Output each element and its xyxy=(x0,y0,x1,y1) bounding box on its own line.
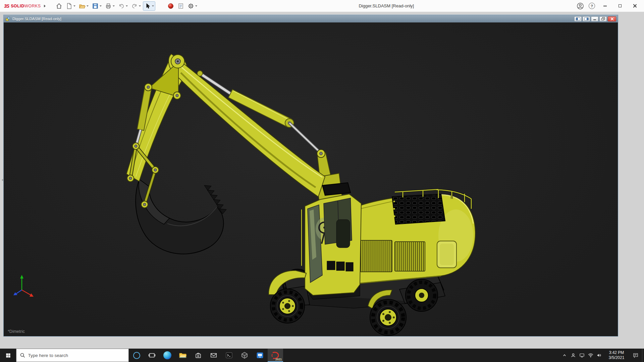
appearance-button[interactable] xyxy=(166,1,175,11)
document-window: Digger.SLDASM [Read-only] xyxy=(3,15,618,337)
action-center-button[interactable] xyxy=(629,349,642,362)
start-button[interactable] xyxy=(0,349,16,362)
cortana-icon xyxy=(133,352,140,359)
taskbar-app-edge[interactable] xyxy=(160,349,175,362)
app-titlebar[interactable]: 3S SOLIDWORKS xyxy=(0,0,644,12)
solidworks-version-badge: 2021 xyxy=(275,358,282,361)
tile-left-icon xyxy=(576,17,580,20)
assembly-document-icon xyxy=(5,16,10,21)
hidden-icons-button[interactable] xyxy=(560,349,569,362)
home-button[interactable] xyxy=(54,1,64,11)
dropdown-caret[interactable] xyxy=(195,5,197,8)
roof-vent xyxy=(322,183,351,195)
file-properties-button[interactable] xyxy=(176,1,185,11)
boom-arm[interactable] xyxy=(169,54,325,197)
doc-close-button[interactable] xyxy=(608,16,616,21)
taskbar-app-edrawings[interactable] xyxy=(237,349,252,362)
solidworks-logo: 3S SOLIDWORKS xyxy=(2,3,49,9)
maximize-button[interactable] xyxy=(612,0,627,12)
tray-network-button[interactable] xyxy=(578,349,586,362)
system-tray: 3:42 PM 3/5/2021 xyxy=(560,349,644,362)
app-title: Digger.SLDASM [Read-only] xyxy=(199,3,574,8)
new-document-button[interactable] xyxy=(64,1,77,11)
screen: 3S SOLIDWORKS xyxy=(0,0,644,362)
brand-works: WORKS xyxy=(24,4,41,8)
dropdown-caret[interactable] xyxy=(100,5,102,8)
brand-solid: SOLID xyxy=(11,4,24,8)
user-account-button[interactable] xyxy=(574,0,586,12)
engine-grille xyxy=(392,194,445,224)
rear-right-wheel[interactable] xyxy=(406,279,438,311)
orientation-triad xyxy=(10,273,37,301)
tray-volume-button[interactable] xyxy=(595,349,604,362)
select-cursor-icon xyxy=(144,3,151,9)
toolbar-separator xyxy=(156,1,165,11)
minimize-icon xyxy=(603,6,607,6)
taskbar-clock[interactable]: 3:42 PM 3/5/2021 xyxy=(604,349,629,362)
viewport-3d[interactable]: *Dimetric xyxy=(4,22,618,336)
taskbar-app-terminal[interactable] xyxy=(221,349,237,362)
minimize-button[interactable] xyxy=(598,0,612,12)
action-center-icon xyxy=(633,352,639,358)
ds-logo-icon: 3S xyxy=(4,3,9,9)
options-button[interactable] xyxy=(186,1,199,11)
taskbar-app-solidworks[interactable]: 2021 xyxy=(268,349,283,362)
doc-restore-button[interactable] xyxy=(599,16,607,21)
taskbar-app-file-explorer[interactable] xyxy=(175,349,191,362)
volume-icon xyxy=(596,352,602,358)
front-right-wheel[interactable] xyxy=(370,299,406,336)
undo-button[interactable] xyxy=(117,1,129,11)
doc-minimize-button[interactable] xyxy=(591,16,598,21)
file-explorer-icon xyxy=(179,351,187,359)
excavator-model[interactable] xyxy=(4,22,618,336)
doc-tile-left-button[interactable] xyxy=(574,16,582,21)
body-house[interactable] xyxy=(353,189,475,283)
panel-expander[interactable] xyxy=(0,176,3,184)
chevron-up-icon xyxy=(562,353,567,358)
dropdown-caret[interactable] xyxy=(126,5,128,8)
taskbar-search[interactable] xyxy=(16,349,129,362)
cab[interactable] xyxy=(302,183,361,299)
taskbar-app-mail[interactable] xyxy=(206,349,221,362)
dropdown-caret[interactable] xyxy=(73,5,75,8)
tray-people-button[interactable] xyxy=(569,349,578,362)
dropdown-caret[interactable] xyxy=(113,5,115,8)
dropdown-caret[interactable] xyxy=(87,5,89,8)
help-button[interactable]: ? xyxy=(586,0,598,12)
close-icon xyxy=(633,4,637,8)
show-desktop-button[interactable] xyxy=(642,349,644,362)
taskbar-app-cortana[interactable] xyxy=(129,349,144,362)
seat xyxy=(336,220,350,248)
document-window-controls xyxy=(574,16,616,21)
open-button[interactable] xyxy=(77,1,90,11)
tray-wifi-button[interactable] xyxy=(586,349,595,362)
workspace: Digger.SLDASM [Read-only] xyxy=(0,12,644,349)
clock-time: 3:42 PM xyxy=(604,350,629,355)
taskbar-app-display[interactable] xyxy=(252,349,268,362)
doc-tile-right-button[interactable] xyxy=(583,16,590,21)
close-button[interactable] xyxy=(627,0,642,12)
clock-date: 3/5/2021 xyxy=(604,355,629,360)
redo-icon xyxy=(131,3,138,9)
dropdown-caret[interactable] xyxy=(139,5,141,8)
appearance-sphere-icon xyxy=(167,3,174,9)
save-button[interactable] xyxy=(91,1,103,11)
search-input[interactable] xyxy=(28,353,125,358)
brand-wordmark: SOLIDWORKS xyxy=(11,4,41,8)
dropdown-caret[interactable] xyxy=(152,5,154,8)
taskbar-app-task-view[interactable] xyxy=(144,349,160,362)
front-left-wheel[interactable] xyxy=(270,289,305,323)
document-titlebar[interactable]: Digger.SLDASM [Read-only] xyxy=(4,15,618,22)
print-button[interactable] xyxy=(104,1,116,11)
menu-expand-icon[interactable] xyxy=(44,5,47,7)
redo-button[interactable] xyxy=(130,1,142,11)
taskbar: 2021 3:42 PM 3/5/2021 xyxy=(0,349,644,362)
terminal-icon xyxy=(225,351,233,359)
people-icon xyxy=(570,352,576,358)
taskbar-app-store[interactable] xyxy=(191,349,206,362)
task-view-icon xyxy=(148,352,156,359)
select-tool-button[interactable] xyxy=(143,1,155,11)
edge-icon xyxy=(163,351,171,359)
print-icon xyxy=(105,3,112,9)
help-icon: ? xyxy=(589,3,595,9)
